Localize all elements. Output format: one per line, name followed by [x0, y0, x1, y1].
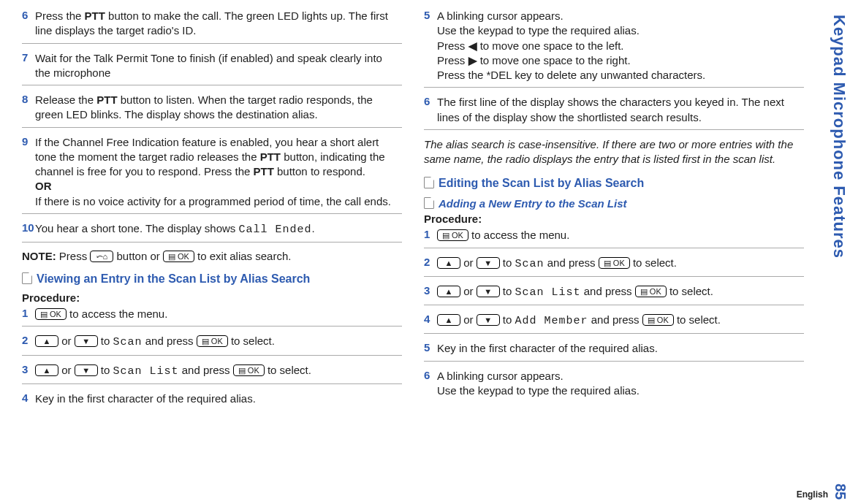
- up-icon: ▲: [437, 286, 460, 297]
- section-heading-editing-scan-list: Editing the Scan List by Alias Search: [424, 177, 804, 190]
- step-4: 4▲ or ▼ to Add Member and press ▤ OK to …: [424, 313, 804, 334]
- step-number: 4: [22, 392, 35, 404]
- step-1: 1▤ OK to access the menu.: [424, 228, 804, 248]
- step-text: If the Channel Free Indication feature i…: [35, 135, 398, 209]
- step-text: A blinking cursor appears.Use the keypad…: [437, 9, 800, 83]
- step-text: ▲ or ▼ to Add Member and press ▤ OK to s…: [437, 313, 800, 329]
- step-text: ▲ or ▼ to Scan and press ▤ OK to select.: [437, 256, 800, 272]
- ok-icon: ▤ OK: [599, 257, 630, 269]
- step-number: 3: [22, 363, 35, 375]
- step-number: 1: [424, 228, 437, 240]
- left-arrow-icon: ◀: [468, 39, 477, 52]
- down-icon: ▼: [75, 364, 98, 376]
- sub-heading-adding-entry: Adding a New Entry to the Scan List: [424, 197, 804, 210]
- step-text: Wait for the Talk Permit Tone to finish …: [35, 51, 398, 81]
- down-icon: ▼: [75, 335, 98, 347]
- step-text: ▲ or ▼ to Scan and press ▤ OK to select.: [35, 334, 398, 350]
- step-7: 7Wait for the Talk Permit Tone to finish…: [22, 51, 402, 86]
- step-number: 2: [22, 334, 35, 346]
- section-title: Editing the Scan List by Alias Search: [439, 177, 644, 189]
- note-label: NOTE:: [22, 250, 56, 262]
- step-3: 3▲ or ▼ to Scan List and press ▤ OK to s…: [424, 284, 804, 305]
- up-icon: ▲: [437, 257, 460, 269]
- step-4: 4Key in the first character of the requi…: [22, 392, 402, 411]
- step-1: 1▤ OK to access the menu.: [22, 307, 402, 327]
- step-9: 9If the Channel Free Indication feature …: [22, 135, 402, 214]
- back-home-icon: ⤺⌂: [90, 251, 113, 262]
- doc-icon: [424, 177, 434, 188]
- step-number: 3: [424, 284, 437, 297]
- step-6: 6Press the PTT button to make the call. …: [22, 9, 402, 44]
- step-text: A blinking cursor appears.Use the keypad…: [437, 369, 800, 399]
- ok-icon: ▤ OK: [163, 251, 194, 262]
- step-text: Key in the first character of the requir…: [35, 392, 398, 406]
- step-2: 2▲ or ▼ to Scan and press ▤ OK to select…: [22, 334, 402, 355]
- procedure-label: Procedure:: [424, 213, 804, 225]
- step-number: 9: [22, 135, 35, 148]
- page-content: 6Press the PTT button to make the call. …: [0, 0, 850, 424]
- right-arrow-icon: ▶: [468, 54, 477, 66]
- step-text: Key in the first character of the requir…: [437, 341, 800, 356]
- ok-icon: ▤ OK: [635, 286, 667, 297]
- step-number: 2: [424, 256, 437, 268]
- up-icon: ▲: [437, 314, 460, 326]
- step-number: 6: [424, 369, 437, 381]
- step-3: 3▲ or ▼ to Scan List and press ▤ OK to s…: [22, 363, 402, 384]
- down-icon: ▼: [477, 286, 500, 297]
- step-number: 10: [22, 221, 35, 234]
- step-text: ▲ or ▼ to Scan List and press ▤ OK to se…: [437, 284, 800, 300]
- section-title: Viewing an Entry in the Scan List by Ali…: [37, 272, 310, 285]
- step-6: 6The first line of the display shows the…: [424, 95, 804, 130]
- right-column: 5A blinking cursor appears.Use the keypa…: [424, 6, 804, 418]
- step-8: 8Release the PTT button to listen. When …: [22, 93, 402, 128]
- up-icon: ▲: [35, 364, 58, 376]
- note-text: Press ⤺⌂ button or ▤ OK to exit alias se…: [59, 250, 292, 262]
- step-text: The first line of the display shows the …: [437, 95, 800, 125]
- left-column: 6Press the PTT button to make the call. …: [22, 6, 402, 418]
- doc-icon: [424, 197, 434, 209]
- procedure-label: Procedure:: [22, 291, 402, 304]
- language-label: English: [797, 489, 828, 500]
- ok-icon: ▤ OK: [642, 314, 674, 326]
- step-number: 8: [22, 93, 35, 105]
- step-number: 6: [22, 9, 35, 21]
- step-number: 5: [424, 341, 437, 354]
- doc-icon: [22, 272, 32, 284]
- sub-title: Adding a New Entry to the Scan List: [439, 197, 627, 210]
- ok-icon: ▤ OK: [437, 229, 468, 241]
- ok-icon: ▤ OK: [197, 335, 228, 347]
- step-text: ▤ OK to access the menu.: [35, 307, 398, 321]
- page-number: 85: [832, 484, 849, 500]
- side-section-label: Keypad Microphone Features: [830, 15, 849, 259]
- step-6: 6A blinking cursor appears.Use the keypa…: [424, 369, 804, 403]
- ok-icon: ▤ OK: [233, 364, 265, 376]
- step-2: 2▲ or ▼ to Scan and press ▤ OK to select…: [424, 256, 804, 277]
- step-text: Press the PTT button to make the call. T…: [35, 9, 398, 39]
- step-number: 4: [424, 313, 437, 325]
- step-5: 5Key in the first character of the requi…: [424, 341, 804, 361]
- step-number: 6: [424, 95, 437, 107]
- down-icon: ▼: [477, 314, 500, 326]
- step-text: ▲ or ▼ to Scan List and press ▤ OK to se…: [35, 363, 398, 379]
- step-10: 10You hear a short tone. The display sho…: [22, 221, 402, 243]
- step-text: ▤ OK to access the menu.: [437, 228, 800, 243]
- step-text: Release the PTT button to listen. When t…: [35, 93, 398, 123]
- step-number: 5: [424, 9, 437, 21]
- up-icon: ▲: [35, 335, 58, 347]
- step-number: 7: [22, 51, 35, 64]
- step-5: 5A blinking cursor appears.Use the keypa…: [424, 9, 804, 88]
- note: NOTE: Press ⤺⌂ button or ▤ OK to exit al…: [22, 250, 402, 262]
- ok-icon: ▤ OK: [35, 308, 67, 320]
- step-text: You hear a short tone. The display shows…: [35, 221, 398, 237]
- down-icon: ▼: [477, 257, 500, 269]
- step-number: 1: [22, 307, 35, 319]
- section-heading-viewing-entry: Viewing an Entry in the Scan List by Ali…: [22, 272, 402, 286]
- italic-note: The alias search is case-insensitive. If…: [424, 137, 804, 167]
